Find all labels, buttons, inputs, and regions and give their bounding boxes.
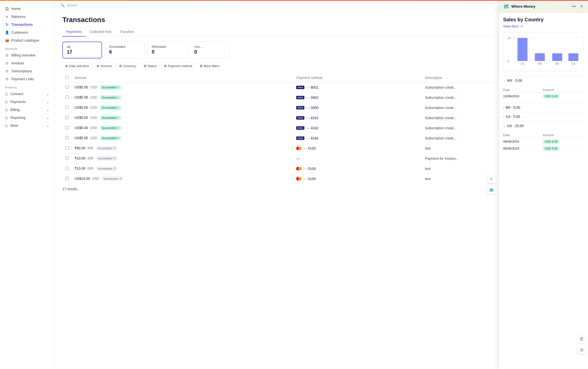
plus-icon: ⊕ — [164, 64, 167, 68]
sidebar-item-balances[interactable]: ≡Balances — [0, 13, 54, 21]
amount-value: US$5.00 — [74, 126, 88, 130]
row-checkbox[interactable] — [65, 96, 69, 99]
svg-rect-8 — [552, 53, 562, 61]
billing-icon: ◻ — [5, 108, 8, 112]
plus-icon: ⊕ — [119, 64, 122, 68]
chart-container: 15 0 US MX BR CA — [503, 32, 584, 72]
chevron-icon: ⌄ — [46, 116, 49, 120]
filter-btn-label: Date and time — [69, 64, 89, 68]
status-badge: Succeeded ✓ — [100, 136, 122, 141]
sidebar-item-billing-overview[interactable]: ⊙Billing overview — [0, 51, 54, 59]
row-amount: USD 5.00 — [543, 93, 584, 100]
amount-value: US$10.00 — [74, 177, 90, 181]
filter-btn-payment-method[interactable]: ⊕Payment method — [161, 62, 195, 69]
no-payment-method: — — [296, 157, 300, 160]
overlay-close-button[interactable]: ✕ — [579, 3, 584, 10]
sidebar-item-reporting[interactable]: ◻ Reporting ⌄ — [0, 114, 54, 122]
chevron-icon: ⌄ — [503, 79, 506, 82]
country-header-br[interactable]: › BR - 5.00 — [503, 103, 584, 112]
bar-chart: 15 0 US MX BR CA — [506, 35, 581, 68]
add-button[interactable]: + — [487, 175, 496, 184]
row-checkbox[interactable] — [65, 85, 69, 89]
sidebar-item-label: Payments — [10, 100, 26, 104]
country-details: Date Amount 06/06/2024 USD 5.00 06/06/20… — [503, 130, 584, 155]
overlay-more-button[interactable]: ••• — [571, 3, 577, 10]
select-all-checkbox[interactable] — [65, 76, 69, 79]
sidebar-item-payments[interactable]: ◻ Payments ⌄ — [0, 98, 54, 106]
country-header-ca[interactable]: › CA - 5.00 — [503, 112, 584, 121]
sidebar-item-inner: ◻ Billing — [5, 108, 20, 112]
tab-transfers[interactable]: Transfers — [116, 28, 138, 37]
status-badge: Succeeded ✓ — [100, 115, 122, 120]
overlay-topbar: 🗺️ Where Money ••• ✕ — [499, 0, 588, 13]
visa-icon: VISA — [296, 116, 304, 120]
svg-text:15: 15 — [508, 37, 511, 40]
sidebar-item-label: Product catalogue — [11, 38, 39, 42]
currency-value: INR — [87, 146, 93, 150]
payments-icon: ◻ — [5, 100, 8, 104]
overlay-section-title: Sales by Country — [503, 17, 584, 23]
sidebar-item-label: Connect — [10, 92, 23, 96]
country-header-mx[interactable]: ⌄ MX - 5.00 — [503, 76, 584, 85]
sidebar-item-payment-links[interactable]: ⊙Payment Links — [0, 75, 54, 83]
payment-method: ···· 5100 — [296, 146, 419, 150]
sidebar-item-product-catalogue[interactable]: 📦Product catalogue — [0, 36, 54, 44]
country-section-ca: › CA - 5.00 — [503, 112, 584, 121]
row-checkbox[interactable] — [65, 157, 69, 160]
cell-payment-method: VISA ···· 0000 — [293, 103, 422, 113]
sidebar-item-label: Reporting — [10, 116, 25, 120]
svg-text:0: 0 — [508, 60, 509, 63]
tab-payments[interactable]: Payments — [62, 28, 86, 37]
country-header-us[interactable]: ⌄ US - 15.00 — [503, 121, 584, 130]
sidebar-item-transactions[interactable]: ↻Transactions — [0, 21, 54, 28]
row-checkbox[interactable] — [65, 126, 69, 129]
svg-text:BR: BR — [555, 62, 559, 65]
card-number: ···· 5100 — [303, 167, 316, 171]
cell-amount: US$5.00 USD Succeeded ✓ — [72, 93, 293, 103]
status-badge: Succeeded ✓ — [100, 95, 122, 100]
filter-btn-more-filters[interactable]: ⊕More filters — [197, 62, 222, 69]
status-badge: Incomplete ⏱ — [102, 176, 124, 181]
col-date: Date — [503, 132, 543, 138]
sidebar-item-invoices[interactable]: ⊙Invoices — [0, 59, 54, 67]
filter-card-refunded[interactable]: Refunded 0 — [147, 42, 187, 58]
row-checkbox[interactable] — [65, 116, 69, 119]
filter-card-succeeded[interactable]: Succeeded 6 — [105, 42, 145, 58]
currency-value: USD — [90, 116, 97, 120]
list-view-button[interactable]: ☰ — [577, 334, 586, 343]
country-section-us: ⌄ US - 15.00 Date Amount 06/06/2024 USD … — [503, 121, 584, 155]
map-icon-button[interactable]: 🗺️ — [487, 185, 496, 194]
shortcuts-nav: ⊙Billing overview⊙Invoices⊙Subscriptions… — [0, 51, 54, 83]
payment-method: VISA ···· 4242 — [296, 116, 419, 120]
invoices-icon: ⊙ — [5, 61, 9, 65]
sidebar-item-inner: ◻ Connect — [5, 92, 23, 96]
row-checkbox[interactable] — [65, 146, 69, 150]
collapse-button[interactable]: ⊡ — [577, 345, 586, 354]
row-checkbox[interactable] — [65, 106, 69, 109]
search-bar[interactable]: 🔍 Search — [60, 3, 77, 7]
row-checkbox[interactable] — [65, 167, 69, 170]
filter-btn-currency[interactable]: ⊕Currency — [116, 62, 139, 69]
amount-value: US$5.00 — [74, 105, 88, 109]
country-row: 06/06/2024 USD 5.00 — [503, 138, 584, 145]
view-docs-label: View docs — [503, 24, 519, 28]
filter-btn-date-time[interactable]: ⊕Date and time — [62, 62, 92, 69]
filter-card-all[interactable]: All 17 — [62, 42, 102, 58]
filter-card-uncaptured[interactable]: Unc... 0 — [190, 42, 230, 58]
filter-btn-status[interactable]: ⊕Status — [141, 62, 159, 69]
amount-value: ₹80.00 — [74, 146, 85, 150]
row-checkbox[interactable] — [65, 177, 69, 180]
search-placeholder: Search — [67, 3, 77, 7]
payment-method: VISA ···· 8001 — [296, 85, 419, 89]
overlay-view-docs[interactable]: View docs ↗ — [503, 24, 523, 28]
row-checkbox[interactable] — [65, 136, 69, 139]
sidebar-item-billing[interactable]: ◻ Billing ⌄ — [0, 106, 54, 114]
filter-btn-amount[interactable]: ⊕Amount — [94, 62, 114, 69]
sidebar-item-home[interactable]: 🏠Home — [0, 5, 54, 13]
sidebar-item-customers[interactable]: 👤Customers — [0, 28, 54, 36]
sidebar-item-connect[interactable]: ◻ Connect ⌄ — [0, 90, 54, 98]
cell-payment-method: ···· 5100 — [293, 143, 422, 154]
tab-collected-fees[interactable]: Collected fees — [86, 28, 116, 37]
sidebar-item-more[interactable]: ◻ More ⌄ — [0, 122, 54, 130]
sidebar-item-subscriptions[interactable]: ⊙Subscriptions — [0, 67, 54, 75]
